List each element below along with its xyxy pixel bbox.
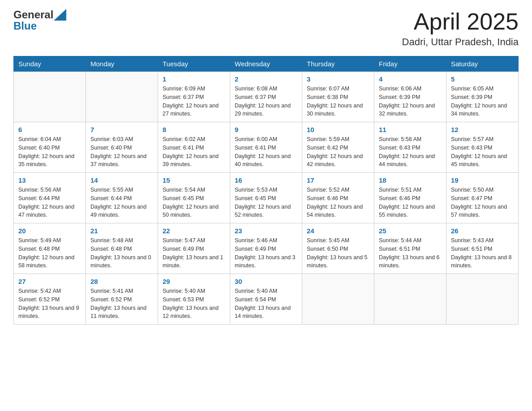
cell-day-number: 11 bbox=[379, 126, 442, 133]
calendar-day-header: Friday bbox=[374, 56, 446, 72]
cell-day-number: 4 bbox=[379, 75, 442, 83]
calendar-cell: 26Sunrise: 5:43 AMSunset: 6:51 PMDayligh… bbox=[446, 223, 519, 274]
title-area: April 2025 Dadri, Uttar Pradesh, India bbox=[402, 9, 519, 48]
calendar-cell: 23Sunrise: 5:46 AMSunset: 6:49 PMDayligh… bbox=[230, 223, 302, 274]
cell-sun-info: Sunrise: 5:54 AMSunset: 6:45 PMDaylight:… bbox=[163, 186, 225, 219]
cell-sun-info: Sunrise: 5:40 AMSunset: 6:53 PMDaylight:… bbox=[163, 287, 225, 321]
calendar-cell: 11Sunrise: 5:58 AMSunset: 6:43 PMDayligh… bbox=[374, 122, 446, 173]
cell-day-number: 6 bbox=[18, 126, 81, 133]
calendar-cell: 21Sunrise: 5:48 AMSunset: 6:48 PMDayligh… bbox=[86, 223, 158, 274]
calendar-cell: 25Sunrise: 5:44 AMSunset: 6:51 PMDayligh… bbox=[374, 223, 446, 274]
svg-marker-0 bbox=[54, 9, 66, 21]
cell-day-number: 17 bbox=[307, 176, 369, 184]
calendar-cell: 9Sunrise: 6:00 AMSunset: 6:41 PMDaylight… bbox=[230, 122, 302, 173]
cell-day-number: 26 bbox=[451, 227, 514, 235]
cell-day-number: 19 bbox=[451, 176, 514, 184]
cell-sun-info: Sunrise: 6:05 AMSunset: 6:39 PMDaylight:… bbox=[451, 85, 514, 118]
calendar-cell: 29Sunrise: 5:40 AMSunset: 6:53 PMDayligh… bbox=[158, 274, 230, 325]
calendar-cell: 14Sunrise: 5:55 AMSunset: 6:44 PMDayligh… bbox=[86, 173, 158, 223]
calendar-cell: 19Sunrise: 5:50 AMSunset: 6:47 PMDayligh… bbox=[446, 173, 519, 223]
calendar-cell: 4Sunrise: 6:06 AMSunset: 6:39 PMDaylight… bbox=[374, 72, 446, 122]
cell-day-number: 18 bbox=[379, 176, 442, 184]
cell-sun-info: Sunrise: 5:45 AMSunset: 6:50 PMDaylight:… bbox=[307, 236, 369, 270]
calendar-cell: 13Sunrise: 5:56 AMSunset: 6:44 PMDayligh… bbox=[14, 173, 86, 223]
cell-day-number: 3 bbox=[307, 75, 369, 83]
calendar-week-row: 20Sunrise: 5:49 AMSunset: 6:48 PMDayligh… bbox=[14, 223, 519, 274]
cell-sun-info: Sunrise: 5:40 AMSunset: 6:54 PMDaylight:… bbox=[235, 287, 297, 321]
cell-day-number: 5 bbox=[451, 75, 514, 83]
logo: General Blue bbox=[13, 9, 66, 31]
calendar-cell: 2Sunrise: 6:08 AMSunset: 6:37 PMDaylight… bbox=[230, 72, 302, 122]
calendar-cell bbox=[302, 274, 374, 325]
calendar-header-row: SundayMondayTuesdayWednesdayThursdayFrid… bbox=[14, 56, 519, 72]
cell-sun-info: Sunrise: 5:50 AMSunset: 6:47 PMDaylight:… bbox=[451, 186, 514, 219]
cell-day-number: 21 bbox=[90, 227, 153, 235]
cell-sun-info: Sunrise: 5:44 AMSunset: 6:51 PMDaylight:… bbox=[379, 236, 442, 270]
calendar-day-header: Saturday bbox=[446, 56, 519, 72]
calendar-cell: 30Sunrise: 5:40 AMSunset: 6:54 PMDayligh… bbox=[230, 274, 302, 325]
calendar-cell: 24Sunrise: 5:45 AMSunset: 6:50 PMDayligh… bbox=[302, 223, 374, 274]
calendar-cell bbox=[374, 274, 446, 325]
cell-sun-info: Sunrise: 5:42 AMSunset: 6:52 PMDaylight:… bbox=[18, 287, 81, 321]
logo-blue-text: Blue bbox=[13, 20, 37, 32]
calendar-cell: 5Sunrise: 6:05 AMSunset: 6:39 PMDaylight… bbox=[446, 72, 519, 122]
cell-sun-info: Sunrise: 5:59 AMSunset: 6:42 PMDaylight:… bbox=[307, 135, 369, 169]
cell-sun-info: Sunrise: 5:46 AMSunset: 6:49 PMDaylight:… bbox=[235, 236, 297, 270]
cell-day-number: 10 bbox=[307, 126, 369, 133]
cell-sun-info: Sunrise: 5:47 AMSunset: 6:49 PMDaylight:… bbox=[163, 236, 225, 270]
cell-day-number: 9 bbox=[235, 126, 297, 133]
calendar-day-header: Wednesday bbox=[230, 56, 302, 72]
cell-sun-info: Sunrise: 6:08 AMSunset: 6:37 PMDaylight:… bbox=[235, 85, 297, 118]
cell-sun-info: Sunrise: 6:07 AMSunset: 6:38 PMDaylight:… bbox=[307, 85, 369, 118]
cell-sun-info: Sunrise: 6:04 AMSunset: 6:40 PMDaylight:… bbox=[18, 135, 81, 169]
calendar-week-row: 6Sunrise: 6:04 AMSunset: 6:40 PMDaylight… bbox=[14, 122, 519, 173]
calendar-week-row: 13Sunrise: 5:56 AMSunset: 6:44 PMDayligh… bbox=[14, 173, 519, 223]
month-title: April 2025 bbox=[402, 9, 519, 34]
cell-sun-info: Sunrise: 5:57 AMSunset: 6:43 PMDaylight:… bbox=[451, 135, 514, 169]
cell-day-number: 15 bbox=[163, 176, 225, 184]
cell-day-number: 7 bbox=[90, 126, 153, 133]
cell-day-number: 23 bbox=[235, 227, 297, 235]
location-title: Dadri, Uttar Pradesh, India bbox=[402, 36, 519, 48]
cell-day-number: 27 bbox=[18, 278, 81, 285]
calendar-cell: 18Sunrise: 5:51 AMSunset: 6:46 PMDayligh… bbox=[374, 173, 446, 223]
calendar-week-row: 27Sunrise: 5:42 AMSunset: 6:52 PMDayligh… bbox=[14, 274, 519, 325]
cell-day-number: 30 bbox=[235, 278, 297, 285]
calendar-week-row: 1Sunrise: 6:09 AMSunset: 6:37 PMDaylight… bbox=[14, 72, 519, 122]
cell-sun-info: Sunrise: 6:06 AMSunset: 6:39 PMDaylight:… bbox=[379, 85, 442, 118]
cell-sun-info: Sunrise: 5:43 AMSunset: 6:51 PMDaylight:… bbox=[451, 236, 514, 270]
cell-sun-info: Sunrise: 5:58 AMSunset: 6:43 PMDaylight:… bbox=[379, 135, 442, 169]
cell-day-number: 1 bbox=[163, 75, 225, 83]
calendar-cell: 1Sunrise: 6:09 AMSunset: 6:37 PMDaylight… bbox=[158, 72, 230, 122]
calendar-cell: 6Sunrise: 6:04 AMSunset: 6:40 PMDaylight… bbox=[14, 122, 86, 173]
calendar-cell bbox=[14, 72, 86, 122]
calendar-table: SundayMondayTuesdayWednesdayThursdayFrid… bbox=[13, 56, 519, 325]
cell-day-number: 14 bbox=[90, 176, 153, 184]
calendar-cell: 27Sunrise: 5:42 AMSunset: 6:52 PMDayligh… bbox=[14, 274, 86, 325]
calendar-cell: 28Sunrise: 5:41 AMSunset: 6:52 PMDayligh… bbox=[86, 274, 158, 325]
page-header: General Blue April 2025 Dadri, Uttar Pra… bbox=[13, 9, 519, 48]
calendar-cell: 10Sunrise: 5:59 AMSunset: 6:42 PMDayligh… bbox=[302, 122, 374, 173]
cell-sun-info: Sunrise: 6:09 AMSunset: 6:37 PMDaylight:… bbox=[163, 85, 225, 118]
calendar-cell: 3Sunrise: 6:07 AMSunset: 6:38 PMDaylight… bbox=[302, 72, 374, 122]
cell-day-number: 16 bbox=[235, 176, 297, 184]
cell-day-number: 22 bbox=[163, 227, 225, 235]
calendar-cell: 20Sunrise: 5:49 AMSunset: 6:48 PMDayligh… bbox=[14, 223, 86, 274]
cell-day-number: 13 bbox=[18, 176, 81, 184]
calendar-day-header: Sunday bbox=[14, 56, 86, 72]
calendar-cell bbox=[86, 72, 158, 122]
logo-general-text: General bbox=[13, 9, 53, 20]
cell-day-number: 12 bbox=[451, 126, 514, 133]
cell-sun-info: Sunrise: 5:48 AMSunset: 6:48 PMDaylight:… bbox=[90, 236, 153, 270]
calendar-day-header: Thursday bbox=[302, 56, 374, 72]
cell-day-number: 20 bbox=[18, 227, 81, 235]
cell-sun-info: Sunrise: 6:00 AMSunset: 6:41 PMDaylight:… bbox=[235, 135, 297, 169]
cell-sun-info: Sunrise: 5:41 AMSunset: 6:52 PMDaylight:… bbox=[90, 287, 153, 321]
calendar-day-header: Monday bbox=[86, 56, 158, 72]
cell-sun-info: Sunrise: 6:03 AMSunset: 6:40 PMDaylight:… bbox=[90, 135, 153, 169]
calendar-cell: 15Sunrise: 5:54 AMSunset: 6:45 PMDayligh… bbox=[158, 173, 230, 223]
cell-sun-info: Sunrise: 6:02 AMSunset: 6:41 PMDaylight:… bbox=[163, 135, 225, 169]
cell-day-number: 2 bbox=[235, 75, 297, 83]
cell-day-number: 25 bbox=[379, 227, 442, 235]
cell-day-number: 24 bbox=[307, 227, 369, 235]
